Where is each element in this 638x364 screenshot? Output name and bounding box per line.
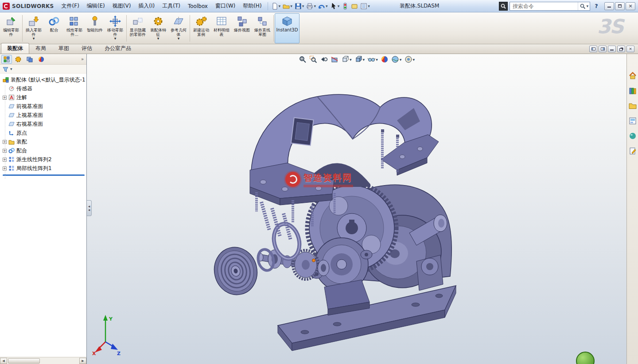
hide-show-items-button[interactable]: ▼: [366, 55, 379, 64]
search-scope-button[interactable]: [499, 2, 508, 11]
doc-close-button[interactable]: ×: [626, 46, 634, 52]
menu-file[interactable]: 文件(F): [58, 0, 83, 12]
tree-item-sensors[interactable]: + 传感器: [2, 84, 86, 93]
previous-view-button[interactable]: [319, 55, 329, 64]
undo-button[interactable]: ▼: [317, 1, 329, 11]
minimize-button[interactable]: [604, 2, 614, 10]
close-button[interactable]: ×: [626, 2, 635, 10]
appearance-button[interactable]: [350, 1, 359, 11]
search-input[interactable]: [510, 3, 578, 9]
tab-office-products[interactable]: 办公室产品: [98, 43, 137, 54]
ribbon-smart-fasteners[interactable]: 智能扣件: [85, 13, 105, 43]
rollback-bar[interactable]: [3, 174, 85, 176]
menu-tools[interactable]: 工具(T): [159, 0, 184, 12]
options-button[interactable]: ▼: [359, 1, 371, 11]
scroll-right-button[interactable]: ▶: [79, 358, 86, 364]
ribbon-show-hidden-components[interactable]: 显示隐藏的零部件: [128, 13, 148, 43]
document-title: 装配体.SLDASM: [400, 2, 439, 10]
menu-help[interactable]: 帮助(H): [239, 0, 265, 12]
tree-item-assembly-folder[interactable]: + 装配: [2, 137, 86, 146]
pane-left-button[interactable]: [589, 46, 597, 52]
view-palette-icon: [628, 116, 637, 125]
ribbon-bill-of-materials[interactable]: 材料明细表: [211, 13, 232, 43]
custom-properties-button[interactable]: [628, 146, 638, 156]
expand-box[interactable]: +: [3, 96, 7, 100]
displaymanager-tab[interactable]: [36, 55, 47, 64]
ribbon-mate[interactable]: 配合: [44, 13, 64, 43]
gearbox-assembly-model[interactable]: [87, 54, 626, 364]
save-button[interactable]: ▼: [294, 1, 305, 11]
appearances-button[interactable]: [628, 131, 638, 141]
ribbon-move-component[interactable]: 移动零部件 ▼: [105, 13, 125, 43]
expand-box[interactable]: +: [3, 158, 7, 162]
ribbon-edit-component[interactable]: 编辑零部件: [1, 13, 21, 43]
filter-funnel-icon[interactable]: [2, 66, 8, 72]
menu-edit[interactable]: 编辑(E): [83, 0, 109, 12]
expand-box[interactable]: +: [3, 167, 7, 170]
panel-collapse-handle[interactable]: ◀ ◀: [87, 200, 92, 216]
print-button[interactable]: ▼: [305, 1, 317, 11]
pane-right-button[interactable]: [599, 46, 607, 52]
tree-item-derived-pattern[interactable]: + 派生线性阵列2: [2, 155, 86, 164]
graphics-viewport[interactable]: ▼ ▼ ▼ ▼ ▼ ◀ ◀ 智造资料网: [87, 54, 626, 364]
search-submit-button[interactable]: ▼: [578, 2, 590, 10]
scroll-left-button[interactable]: ◀: [0, 358, 7, 364]
design-library-button[interactable]: [628, 86, 638, 96]
expand-box[interactable]: +: [3, 140, 7, 144]
ribbon-linear-component-pattern[interactable]: 线性零部件...: [64, 13, 85, 43]
tree-item-front-plane[interactable]: + 前视基准面: [2, 102, 86, 111]
menu-view[interactable]: 视图(V): [109, 0, 135, 12]
tree-root[interactable]: 装配体 (默认<默认_显示状态-1: [2, 75, 86, 84]
ribbon-explode-line-sketch[interactable]: 爆炸直线草图: [252, 13, 272, 43]
tab-assembly[interactable]: 装配体: [1, 43, 29, 54]
section-view-button[interactable]: [330, 55, 339, 64]
zoom-area-button[interactable]: [308, 55, 318, 64]
pane-left-icon: [591, 47, 595, 50]
tab-sketch[interactable]: 草图: [52, 43, 75, 54]
rebuild-button[interactable]: [341, 1, 350, 11]
ribbon-reference-geometry[interactable]: 参考几何体 ▼: [168, 13, 189, 43]
view-orientation-button[interactable]: ▼: [340, 55, 353, 64]
apply-scene-button[interactable]: ▼: [390, 55, 403, 64]
filter-caret[interactable]: ▼: [10, 67, 12, 70]
menu-insert[interactable]: 插入(I): [135, 0, 158, 12]
menu-window[interactable]: 窗口(W): [212, 0, 239, 12]
resources-button[interactable]: [628, 71, 638, 81]
ribbon-assembly-features[interactable]: 装配体特征 ▼: [148, 13, 168, 43]
open-button[interactable]: ▼: [282, 1, 293, 11]
view-settings-button[interactable]: ▼: [403, 55, 416, 64]
new-document-button[interactable]: ▼: [270, 1, 282, 11]
doc-restore-button[interactable]: [617, 46, 625, 52]
scrollbar-thumb[interactable]: [8, 358, 40, 364]
expand-box[interactable]: +: [3, 149, 7, 153]
ribbon-instant3d[interactable]: Instant3D: [275, 13, 300, 43]
tree-item-local-pattern[interactable]: + 局部线性阵列1: [2, 164, 86, 173]
file-explorer-button[interactable]: [628, 101, 638, 111]
tree-item-top-plane[interactable]: + 上视基准面: [2, 111, 86, 120]
tree-item-mates[interactable]: + 配合: [2, 146, 86, 155]
configurationmanager-tab[interactable]: [24, 55, 35, 64]
tree-item-right-plane[interactable]: + 右视基准面: [2, 120, 86, 128]
tree-item-origin[interactable]: + 原点: [2, 128, 86, 137]
display-style-button[interactable]: ▼: [354, 55, 366, 64]
tree-horizontal-scrollbar[interactable]: ◀ ▶: [0, 357, 86, 364]
command-tab-row: 装配体 布局 草图 评估 办公室产品 ×: [0, 44, 638, 54]
doc-minimize-button[interactable]: [608, 46, 616, 52]
featuremanager-tab[interactable]: [1, 55, 12, 64]
zoom-fit-button[interactable]: [298, 55, 307, 64]
ribbon-exploded-view[interactable]: 爆炸视图: [232, 13, 252, 43]
edit-appearance-button[interactable]: [380, 55, 389, 64]
maximize-button[interactable]: [615, 2, 625, 10]
view-palette-button[interactable]: [628, 116, 638, 126]
help-button[interactable]: ?: [592, 2, 601, 11]
panel-overflow-chevron[interactable]: »: [80, 57, 85, 62]
tab-evaluate[interactable]: 评估: [75, 43, 98, 54]
select-button[interactable]: ▼: [329, 1, 341, 11]
tree-item-annotations[interactable]: + A 注解: [2, 93, 86, 102]
tab-layout[interactable]: 布局: [29, 43, 52, 54]
menu-toolbox[interactable]: Toolbox: [184, 1, 211, 11]
ribbon-new-motion-study[interactable]: 新建运动算例: [191, 13, 211, 43]
propertymanager-tab[interactable]: [13, 55, 23, 64]
ribbon-insert-component[interactable]: 插入零部件 ▼: [23, 13, 44, 43]
collapse-arrow-icon: ◀: [88, 209, 90, 211]
